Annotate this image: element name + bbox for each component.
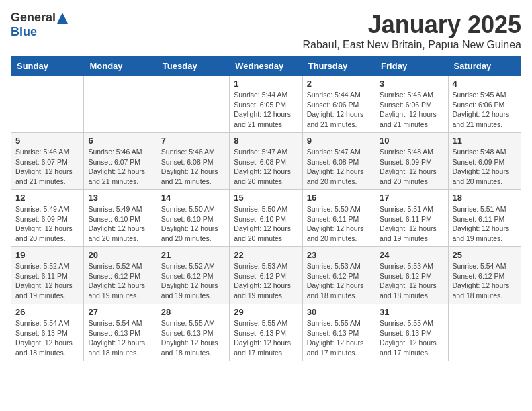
day-info: Sunrise: 5:49 AM Sunset: 6:09 PM Dayligh… — [15, 204, 79, 244]
calendar-cell: 9Sunrise: 5:47 AM Sunset: 6:08 PM Daylig… — [302, 133, 375, 190]
day-info: Sunrise: 5:46 AM Sunset: 6:07 PM Dayligh… — [88, 147, 152, 187]
calendar-cell: 27Sunrise: 5:54 AM Sunset: 6:13 PM Dayli… — [84, 304, 157, 361]
weekday-header-monday: Monday — [84, 57, 157, 76]
calendar-cell: 29Sunrise: 5:55 AM Sunset: 6:13 PM Dayli… — [230, 304, 302, 361]
day-number: 6 — [88, 136, 152, 146]
day-number: 29 — [234, 307, 298, 317]
calendar-cell: 17Sunrise: 5:51 AM Sunset: 6:11 PM Dayli… — [375, 190, 448, 247]
calendar-cell: 20Sunrise: 5:52 AM Sunset: 6:12 PM Dayli… — [84, 247, 157, 304]
day-info: Sunrise: 5:49 AM Sunset: 6:10 PM Dayligh… — [88, 204, 152, 244]
calendar-cell: 12Sunrise: 5:49 AM Sunset: 6:09 PM Dayli… — [11, 190, 84, 247]
day-info: Sunrise: 5:53 AM Sunset: 6:12 PM Dayligh… — [307, 261, 371, 301]
day-number: 22 — [234, 250, 298, 260]
calendar-cell: 3Sunrise: 5:45 AM Sunset: 6:06 PM Daylig… — [375, 76, 448, 133]
calendar-cell: 1Sunrise: 5:44 AM Sunset: 6:05 PM Daylig… — [230, 76, 302, 133]
calendar-cell: 15Sunrise: 5:50 AM Sunset: 6:10 PM Dayli… — [230, 190, 302, 247]
calendar-cell — [11, 76, 84, 133]
weekday-header-thursday: Thursday — [302, 57, 375, 76]
calendar-cell — [157, 76, 229, 133]
weekday-header-friday: Friday — [375, 57, 448, 76]
day-number: 14 — [161, 193, 225, 203]
calendar-cell — [448, 304, 521, 361]
day-number: 25 — [453, 250, 517, 260]
week-row-2: 5Sunrise: 5:46 AM Sunset: 6:07 PM Daylig… — [11, 133, 521, 190]
calendar-cell: 24Sunrise: 5:53 AM Sunset: 6:12 PM Dayli… — [375, 247, 448, 304]
calendar-cell: 21Sunrise: 5:52 AM Sunset: 6:12 PM Dayli… — [157, 247, 229, 304]
calendar-cell: 2Sunrise: 5:44 AM Sunset: 6:06 PM Daylig… — [302, 76, 375, 133]
day-info: Sunrise: 5:47 AM Sunset: 6:08 PM Dayligh… — [307, 147, 371, 187]
day-number: 4 — [453, 79, 517, 89]
logo-general-text: General — [11, 11, 56, 25]
calendar-cell: 28Sunrise: 5:55 AM Sunset: 6:13 PM Dayli… — [157, 304, 229, 361]
calendar-table: SundayMondayTuesdayWednesdayThursdayFrid… — [11, 56, 521, 361]
day-number: 8 — [234, 136, 298, 146]
day-number: 12 — [15, 193, 79, 203]
logo-blue-text: Blue — [11, 25, 37, 38]
day-info: Sunrise: 5:47 AM Sunset: 6:08 PM Dayligh… — [234, 147, 298, 187]
day-info: Sunrise: 5:52 AM Sunset: 6:11 PM Dayligh… — [15, 261, 79, 301]
day-number: 24 — [380, 250, 443, 260]
calendar-cell: 23Sunrise: 5:53 AM Sunset: 6:12 PM Dayli… — [302, 247, 375, 304]
day-number: 19 — [15, 250, 79, 260]
day-info: Sunrise: 5:48 AM Sunset: 6:09 PM Dayligh… — [380, 147, 443, 187]
day-info: Sunrise: 5:46 AM Sunset: 6:07 PM Dayligh… — [15, 147, 79, 187]
day-info: Sunrise: 5:54 AM Sunset: 6:13 PM Dayligh… — [88, 318, 152, 358]
day-number: 18 — [453, 193, 517, 203]
day-number: 17 — [380, 193, 443, 203]
day-info: Sunrise: 5:52 AM Sunset: 6:12 PM Dayligh… — [88, 261, 152, 301]
day-info: Sunrise: 5:55 AM Sunset: 6:13 PM Dayligh… — [307, 318, 371, 358]
calendar-cell — [84, 76, 157, 133]
week-row-4: 19Sunrise: 5:52 AM Sunset: 6:11 PM Dayli… — [11, 247, 521, 304]
page-header: General Blue January 2025 Rabaul, East N… — [11, 11, 521, 51]
calendar-cell: 16Sunrise: 5:50 AM Sunset: 6:11 PM Dayli… — [302, 190, 375, 247]
day-number: 3 — [380, 79, 443, 89]
title-block: January 2025 Rabaul, East New Britain, P… — [302, 11, 521, 51]
calendar-cell: 31Sunrise: 5:55 AM Sunset: 6:13 PM Dayli… — [375, 304, 448, 361]
day-info: Sunrise: 5:53 AM Sunset: 6:12 PM Dayligh… — [380, 261, 443, 301]
week-row-3: 12Sunrise: 5:49 AM Sunset: 6:09 PM Dayli… — [11, 190, 521, 247]
weekday-header-saturday: Saturday — [448, 57, 521, 76]
day-info: Sunrise: 5:51 AM Sunset: 6:11 PM Dayligh… — [380, 204, 443, 244]
calendar-cell: 13Sunrise: 5:49 AM Sunset: 6:10 PM Dayli… — [84, 190, 157, 247]
calendar-cell: 22Sunrise: 5:53 AM Sunset: 6:12 PM Dayli… — [230, 247, 302, 304]
calendar-cell: 4Sunrise: 5:45 AM Sunset: 6:06 PM Daylig… — [448, 76, 521, 133]
day-number: 28 — [161, 307, 225, 317]
week-row-1: 1Sunrise: 5:44 AM Sunset: 6:05 PM Daylig… — [11, 76, 521, 133]
day-info: Sunrise: 5:44 AM Sunset: 6:06 PM Dayligh… — [307, 90, 371, 130]
day-number: 5 — [15, 136, 79, 146]
day-info: Sunrise: 5:50 AM Sunset: 6:10 PM Dayligh… — [234, 204, 298, 244]
day-info: Sunrise: 5:45 AM Sunset: 6:06 PM Dayligh… — [380, 90, 443, 130]
day-info: Sunrise: 5:51 AM Sunset: 6:11 PM Dayligh… — [453, 204, 517, 244]
day-info: Sunrise: 5:53 AM Sunset: 6:12 PM Dayligh… — [234, 261, 298, 301]
day-info: Sunrise: 5:46 AM Sunset: 6:08 PM Dayligh… — [161, 147, 225, 187]
calendar-cell: 10Sunrise: 5:48 AM Sunset: 6:09 PM Dayli… — [375, 133, 448, 190]
svg-marker-0 — [57, 13, 68, 24]
logo-triangle-icon — [57, 13, 68, 24]
day-info: Sunrise: 5:55 AM Sunset: 6:13 PM Dayligh… — [234, 318, 298, 358]
day-number: 21 — [161, 250, 225, 260]
day-number: 26 — [15, 307, 79, 317]
day-info: Sunrise: 5:45 AM Sunset: 6:06 PM Dayligh… — [453, 90, 517, 130]
day-number: 16 — [307, 193, 371, 203]
day-number: 10 — [380, 136, 443, 146]
day-number: 20 — [88, 250, 152, 260]
day-info: Sunrise: 5:54 AM Sunset: 6:12 PM Dayligh… — [453, 261, 517, 301]
day-number: 1 — [234, 79, 298, 89]
calendar-cell: 18Sunrise: 5:51 AM Sunset: 6:11 PM Dayli… — [448, 190, 521, 247]
day-number: 30 — [307, 307, 371, 317]
month-title: January 2025 — [302, 11, 521, 39]
day-info: Sunrise: 5:50 AM Sunset: 6:11 PM Dayligh… — [307, 204, 371, 244]
day-info: Sunrise: 5:52 AM Sunset: 6:12 PM Dayligh… — [161, 261, 225, 301]
day-info: Sunrise: 5:50 AM Sunset: 6:10 PM Dayligh… — [161, 204, 225, 244]
calendar-cell: 7Sunrise: 5:46 AM Sunset: 6:08 PM Daylig… — [157, 133, 229, 190]
day-info: Sunrise: 5:55 AM Sunset: 6:13 PM Dayligh… — [380, 318, 443, 358]
calendar-cell: 6Sunrise: 5:46 AM Sunset: 6:07 PM Daylig… — [84, 133, 157, 190]
day-number: 23 — [307, 250, 371, 260]
day-number: 11 — [453, 136, 517, 146]
weekday-header-wednesday: Wednesday — [230, 57, 302, 76]
calendar-cell: 26Sunrise: 5:54 AM Sunset: 6:13 PM Dayli… — [11, 304, 84, 361]
day-info: Sunrise: 5:55 AM Sunset: 6:13 PM Dayligh… — [161, 318, 225, 358]
calendar-cell: 5Sunrise: 5:46 AM Sunset: 6:07 PM Daylig… — [11, 133, 84, 190]
week-row-5: 26Sunrise: 5:54 AM Sunset: 6:13 PM Dayli… — [11, 304, 521, 361]
day-number: 13 — [88, 193, 152, 203]
